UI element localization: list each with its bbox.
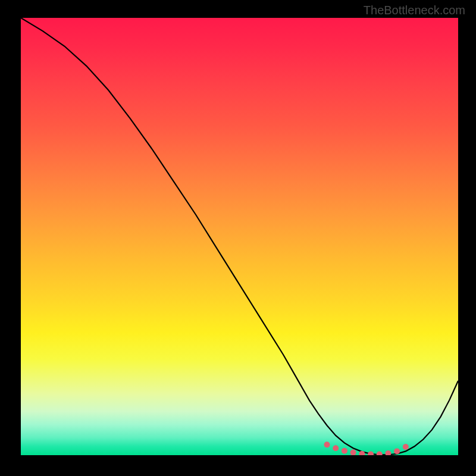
marker-dot: [368, 452, 374, 455]
marker-dot: [385, 450, 391, 455]
marker-dot: [377, 452, 383, 455]
watermark-text: TheBottleneck.com: [364, 4, 465, 17]
marker-dot: [333, 445, 339, 451]
marker-dot: [324, 441, 330, 447]
curve-path: [21, 18, 458, 455]
marker-dot: [350, 450, 356, 455]
plot-area: [21, 18, 458, 455]
marker-dot: [394, 448, 400, 454]
chart-svg: [21, 18, 458, 455]
marker-dot: [403, 444, 409, 450]
marker-dot: [342, 448, 347, 454]
